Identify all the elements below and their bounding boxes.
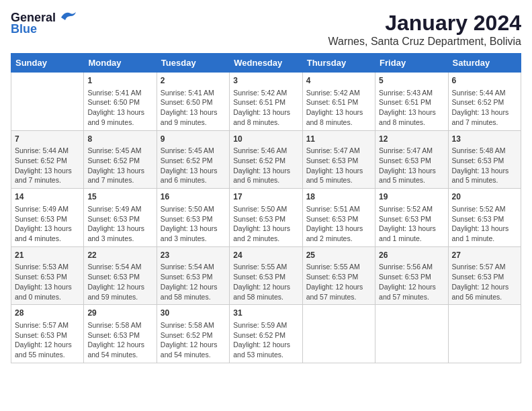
day-content: Sunrise: 5:50 AM Sunset: 6:53 PM Dayligh… xyxy=(161,204,226,244)
day-content: Sunrise: 5:55 AM Sunset: 6:53 PM Dayligh… xyxy=(306,262,371,302)
weekday-header-friday: Friday xyxy=(375,54,448,73)
calendar-cell: 7Sunrise: 5:44 AM Sunset: 6:52 PM Daylig… xyxy=(11,130,84,189)
day-content: Sunrise: 5:48 AM Sunset: 6:53 PM Dayligh… xyxy=(452,146,517,185)
page-header: General Blue January 2024 Warnes, Santa … xyxy=(11,11,521,48)
day-content: Sunrise: 5:49 AM Sunset: 6:53 PM Dayligh… xyxy=(15,204,80,244)
weekday-header-thursday: Thursday xyxy=(302,54,375,73)
calendar-cell: 8Sunrise: 5:45 AM Sunset: 6:52 PM Daylig… xyxy=(84,130,157,189)
day-number: 7 xyxy=(15,134,80,145)
day-content: Sunrise: 5:42 AM Sunset: 6:51 PM Dayligh… xyxy=(233,88,298,128)
day-number: 4 xyxy=(306,75,371,87)
week-row-1: 1Sunrise: 5:41 AM Sunset: 6:50 PM Daylig… xyxy=(11,73,521,131)
day-number: 21 xyxy=(15,250,80,261)
logo: General Blue xyxy=(11,11,77,36)
calendar-cell xyxy=(302,305,375,363)
calendar-cell: 14Sunrise: 5:49 AM Sunset: 6:53 PM Dayli… xyxy=(11,189,84,247)
day-content: Sunrise: 5:44 AM Sunset: 6:52 PM Dayligh… xyxy=(452,88,517,128)
day-number: 24 xyxy=(233,250,298,261)
calendar-cell: 23Sunrise: 5:54 AM Sunset: 6:53 PM Dayli… xyxy=(157,246,229,305)
day-content: Sunrise: 5:44 AM Sunset: 6:52 PM Dayligh… xyxy=(15,146,80,185)
day-content: Sunrise: 5:49 AM Sunset: 6:53 PM Dayligh… xyxy=(87,204,152,244)
calendar-cell: 20Sunrise: 5:52 AM Sunset: 6:53 PM Dayli… xyxy=(448,189,521,247)
page-subtitle: Warnes, Santa Cruz Department, Bolivia xyxy=(328,36,521,48)
day-content: Sunrise: 5:52 AM Sunset: 6:53 PM Dayligh… xyxy=(379,204,444,244)
day-number: 16 xyxy=(161,191,226,203)
day-number: 5 xyxy=(379,75,444,87)
day-number: 25 xyxy=(306,250,371,261)
day-content: Sunrise: 5:54 AM Sunset: 6:53 PM Dayligh… xyxy=(161,262,226,302)
calendar-cell: 10Sunrise: 5:46 AM Sunset: 6:52 PM Dayli… xyxy=(230,130,302,189)
day-content: Sunrise: 5:41 AM Sunset: 6:50 PM Dayligh… xyxy=(161,88,226,128)
calendar-cell: 3Sunrise: 5:42 AM Sunset: 6:51 PM Daylig… xyxy=(230,73,302,131)
day-content: Sunrise: 5:53 AM Sunset: 6:53 PM Dayligh… xyxy=(15,262,80,302)
day-number: 11 xyxy=(306,134,371,145)
day-number: 30 xyxy=(161,308,226,319)
day-content: Sunrise: 5:58 AM Sunset: 6:53 PM Dayligh… xyxy=(87,320,152,360)
day-content: Sunrise: 5:59 AM Sunset: 6:52 PM Dayligh… xyxy=(233,320,298,360)
calendar-cell: 17Sunrise: 5:50 AM Sunset: 6:53 PM Dayli… xyxy=(230,189,302,247)
weekday-header-monday: Monday xyxy=(84,54,157,73)
calendar-cell: 2Sunrise: 5:41 AM Sunset: 6:50 PM Daylig… xyxy=(157,73,229,131)
logo-bird-icon xyxy=(58,9,77,24)
calendar-cell: 28Sunrise: 5:57 AM Sunset: 6:53 PM Dayli… xyxy=(11,305,84,363)
day-content: Sunrise: 5:50 AM Sunset: 6:53 PM Dayligh… xyxy=(233,204,298,244)
calendar-cell: 29Sunrise: 5:58 AM Sunset: 6:53 PM Dayli… xyxy=(84,305,157,363)
calendar-cell: 21Sunrise: 5:53 AM Sunset: 6:53 PM Dayli… xyxy=(11,246,84,305)
day-number: 27 xyxy=(452,250,517,261)
day-content: Sunrise: 5:41 AM Sunset: 6:50 PM Dayligh… xyxy=(87,88,152,128)
day-content: Sunrise: 5:47 AM Sunset: 6:53 PM Dayligh… xyxy=(306,146,371,185)
day-number: 18 xyxy=(306,191,371,203)
day-number: 31 xyxy=(233,308,298,319)
calendar-cell: 24Sunrise: 5:55 AM Sunset: 6:53 PM Dayli… xyxy=(230,246,302,305)
logo-blue-text: Blue xyxy=(11,22,37,36)
calendar-cell: 22Sunrise: 5:54 AM Sunset: 6:53 PM Dayli… xyxy=(84,246,157,305)
calendar-cell: 30Sunrise: 5:58 AM Sunset: 6:52 PM Dayli… xyxy=(157,305,229,363)
day-content: Sunrise: 5:57 AM Sunset: 6:53 PM Dayligh… xyxy=(452,262,517,302)
day-number: 12 xyxy=(379,134,444,145)
day-content: Sunrise: 5:56 AM Sunset: 6:53 PM Dayligh… xyxy=(379,262,444,302)
calendar-cell: 16Sunrise: 5:50 AM Sunset: 6:53 PM Dayli… xyxy=(157,189,229,247)
week-row-5: 28Sunrise: 5:57 AM Sunset: 6:53 PM Dayli… xyxy=(11,305,521,363)
day-number: 17 xyxy=(233,191,298,203)
day-content: Sunrise: 5:57 AM Sunset: 6:53 PM Dayligh… xyxy=(15,320,80,360)
day-content: Sunrise: 5:54 AM Sunset: 6:53 PM Dayligh… xyxy=(87,262,152,302)
calendar-cell: 9Sunrise: 5:45 AM Sunset: 6:52 PM Daylig… xyxy=(157,130,229,189)
day-number: 3 xyxy=(233,75,298,87)
calendar-cell: 15Sunrise: 5:49 AM Sunset: 6:53 PM Dayli… xyxy=(84,189,157,247)
day-content: Sunrise: 5:47 AM Sunset: 6:53 PM Dayligh… xyxy=(379,146,444,185)
day-content: Sunrise: 5:46 AM Sunset: 6:52 PM Dayligh… xyxy=(233,146,298,185)
calendar-cell: 18Sunrise: 5:51 AM Sunset: 6:53 PM Dayli… xyxy=(302,189,375,247)
day-number: 13 xyxy=(452,134,517,145)
calendar-cell: 13Sunrise: 5:48 AM Sunset: 6:53 PM Dayli… xyxy=(448,130,521,189)
day-content: Sunrise: 5:42 AM Sunset: 6:51 PM Dayligh… xyxy=(306,88,371,128)
week-row-2: 7Sunrise: 5:44 AM Sunset: 6:52 PM Daylig… xyxy=(11,130,521,189)
weekday-header-tuesday: Tuesday xyxy=(157,54,229,73)
day-content: Sunrise: 5:51 AM Sunset: 6:53 PM Dayligh… xyxy=(306,204,371,244)
day-number: 26 xyxy=(379,250,444,261)
title-block: January 2024 Warnes, Santa Cruz Departme… xyxy=(328,11,521,48)
day-number: 28 xyxy=(15,308,80,319)
day-content: Sunrise: 5:58 AM Sunset: 6:52 PM Dayligh… xyxy=(161,320,226,360)
weekday-header-saturday: Saturday xyxy=(448,54,521,73)
weekday-header-wednesday: Wednesday xyxy=(230,54,302,73)
day-number: 19 xyxy=(379,191,444,203)
calendar-cell: 6Sunrise: 5:44 AM Sunset: 6:52 PM Daylig… xyxy=(448,73,521,131)
calendar-cell: 1Sunrise: 5:41 AM Sunset: 6:50 PM Daylig… xyxy=(84,73,157,131)
calendar-cell: 26Sunrise: 5:56 AM Sunset: 6:53 PM Dayli… xyxy=(375,246,448,305)
day-content: Sunrise: 5:45 AM Sunset: 6:52 PM Dayligh… xyxy=(161,146,226,185)
day-number: 23 xyxy=(161,250,226,261)
day-number: 29 xyxy=(87,308,152,319)
day-number: 2 xyxy=(161,75,226,87)
calendar-cell: 25Sunrise: 5:55 AM Sunset: 6:53 PM Dayli… xyxy=(302,246,375,305)
calendar-cell: 4Sunrise: 5:42 AM Sunset: 6:51 PM Daylig… xyxy=(302,73,375,131)
calendar-cell: 12Sunrise: 5:47 AM Sunset: 6:53 PM Dayli… xyxy=(375,130,448,189)
day-number: 14 xyxy=(15,191,80,203)
day-content: Sunrise: 5:55 AM Sunset: 6:53 PM Dayligh… xyxy=(233,262,298,302)
page-title: January 2024 xyxy=(328,11,521,36)
calendar-cell xyxy=(375,305,448,363)
week-row-3: 14Sunrise: 5:49 AM Sunset: 6:53 PM Dayli… xyxy=(11,189,521,247)
day-number: 6 xyxy=(452,75,517,87)
day-number: 15 xyxy=(87,191,152,203)
calendar-table: SundayMondayTuesdayWednesdayThursdayFrid… xyxy=(11,53,521,363)
calendar-cell: 19Sunrise: 5:52 AM Sunset: 6:53 PM Dayli… xyxy=(375,189,448,247)
